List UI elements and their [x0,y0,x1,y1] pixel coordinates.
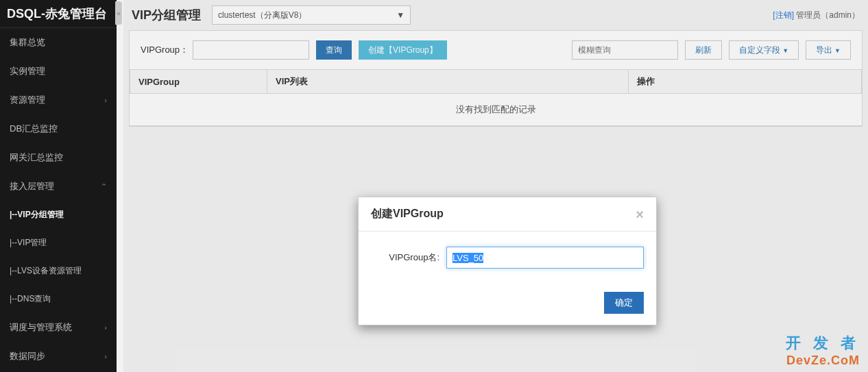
modal-title: 创建VIPGroup [371,207,444,221]
vipgroup-name-label: VIPGroup名: [371,251,439,264]
modal-header: 创建VIPGroup × [359,197,656,232]
confirm-button[interactable]: 确定 [604,292,644,314]
watermark: 开 发 者 DevZe.CoM [786,333,860,368]
modal-body: VIPGroup名: [359,232,656,284]
create-vipgroup-modal: 创建VIPGroup × VIPGroup名: 确定 [358,197,657,325]
watermark-cn: 开 发 者 [786,333,860,354]
modal-footer: 确定 [359,284,656,325]
modal-close-button[interactable]: × [636,208,644,221]
watermark-en: DevZe.CoM [786,354,860,368]
vipgroup-name-input[interactable] [446,247,644,269]
